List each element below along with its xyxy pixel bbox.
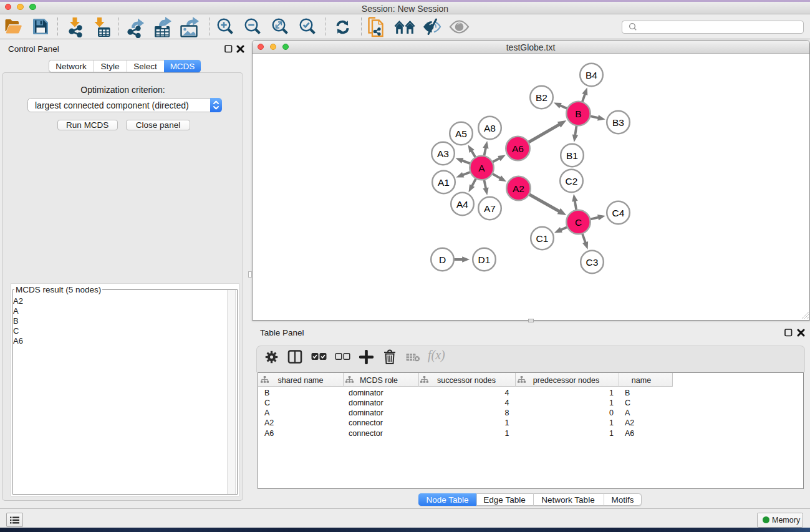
svg-text:A4: A4 bbox=[456, 199, 468, 210]
svg-text:C: C bbox=[574, 217, 581, 228]
svg-text:D1: D1 bbox=[478, 254, 490, 265]
svg-text:A8: A8 bbox=[484, 123, 496, 133]
svg-text:A2: A2 bbox=[513, 183, 524, 194]
svg-text:A1: A1 bbox=[438, 177, 450, 188]
svg-text:B2: B2 bbox=[536, 92, 547, 103]
svg-text:A7: A7 bbox=[484, 203, 496, 214]
svg-text:A: A bbox=[478, 163, 485, 173]
svg-text:C2: C2 bbox=[565, 176, 577, 186]
svg-text:B4: B4 bbox=[586, 70, 597, 80]
svg-text:C3: C3 bbox=[586, 257, 598, 268]
svg-text:B1: B1 bbox=[566, 150, 578, 161]
svg-text:A6: A6 bbox=[512, 143, 524, 154]
svg-text:A5: A5 bbox=[455, 128, 467, 139]
svg-text:D: D bbox=[438, 254, 445, 265]
svg-text:B3: B3 bbox=[612, 117, 624, 128]
svg-text:B: B bbox=[575, 109, 581, 119]
svg-text:A3: A3 bbox=[437, 148, 449, 159]
svg-text:C4: C4 bbox=[612, 208, 624, 218]
svg-text:C1: C1 bbox=[536, 233, 548, 244]
